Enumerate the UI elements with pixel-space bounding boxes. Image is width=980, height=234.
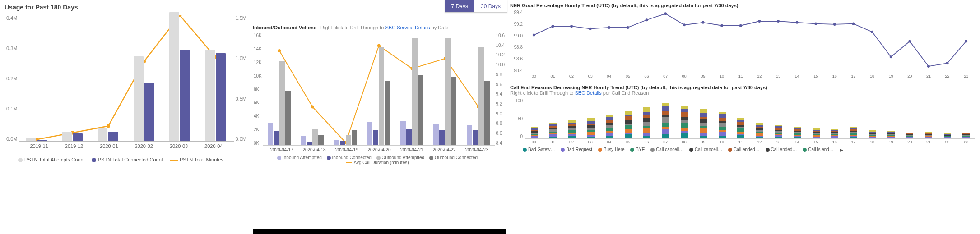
panel2-y-right: 10.610.4 10.210.0 9.89.6 9.49.2 9.08.8 8… <box>495 33 506 146</box>
legend-inbound-connected[interactable]: Inbound Connected <box>327 155 372 160</box>
svg-point-16 <box>589 28 592 30</box>
stacked-bar[interactable] <box>549 121 557 138</box>
x-tick: 21 <box>919 74 938 78</box>
panel2-y-left: 16K14K 12K10K 8K6K 4K2K 0K <box>253 33 263 146</box>
stacked-bar[interactable] <box>850 126 857 138</box>
x-tick: 17 <box>844 140 863 144</box>
x-tick: 10 <box>712 140 731 144</box>
legend-scroll-right-icon[interactable]: ▶ <box>840 147 843 152</box>
svg-point-21 <box>683 23 686 26</box>
days-toggle: 7 Days 30 Days <box>445 0 507 13</box>
stacked-bar[interactable] <box>587 116 595 138</box>
stacked-bar[interactable] <box>531 126 538 138</box>
x-tick: 03 <box>581 140 600 144</box>
legend-call-is-ended[interactable]: Call is end… <box>803 147 834 152</box>
x-tick: 2020-04-17 <box>265 146 298 152</box>
x-tick: 15 <box>806 74 825 78</box>
legend-outbound-attempted[interactable]: Outbound Attemptted <box>376 155 425 160</box>
stacked-bar[interactable] <box>944 133 951 138</box>
stacked-bar[interactable] <box>719 109 726 138</box>
toggle-7-days[interactable]: 7 Days <box>445 0 474 12</box>
x-tick: 2019-12 <box>56 142 91 149</box>
x-tick: 05 <box>618 140 637 144</box>
stacked-bar[interactable] <box>887 130 895 138</box>
legend-inbound-attempted[interactable]: Inbound Attemptted <box>277 155 322 160</box>
legend-busy-here[interactable]: Busy Here <box>598 147 625 152</box>
stacked-bar[interactable] <box>962 132 970 138</box>
x-tick: 18 <box>863 74 882 78</box>
x-tick: 2020-01 <box>92 142 126 149</box>
x-tick: 20 <box>901 140 920 144</box>
legend-bye[interactable]: BYE <box>630 147 645 152</box>
stacked-bar[interactable] <box>756 121 763 138</box>
inbound-outbound-panel: 7 Days 30 Days Inbound/Outbound Volume R… <box>253 0 506 234</box>
panel3b-chart: 100 50 0 <box>510 98 975 139</box>
panel1-chart: 0.4M 0.3M 0.2M 0.1M 0.0M 1.5M 1.0M 0.5M … <box>5 15 248 142</box>
x-tick: 09 <box>694 140 713 144</box>
svg-point-23 <box>720 24 723 27</box>
stacked-bar[interactable] <box>568 119 576 139</box>
stacked-bar[interactable] <box>869 129 876 138</box>
panel3a-y-axis: 99.499.2 99.098.8 98.698.4 <box>510 10 525 73</box>
x-tick: 20 <box>901 74 920 78</box>
stacked-bar[interactable] <box>813 128 820 138</box>
x-tick: 01 <box>543 140 562 144</box>
stacked-bar[interactable] <box>700 106 707 138</box>
x-tick: 2020-04-23 <box>460 146 493 152</box>
x-tick: 2020-04 <box>196 142 231 149</box>
x-tick: 04 <box>600 74 619 78</box>
ner-panels: NER Good Percentage Hourly Trend (UTC) (… <box>506 0 980 234</box>
legend-bad-gateway[interactable]: Bad Gatew… <box>523 147 555 152</box>
stacked-bar[interactable] <box>794 126 801 138</box>
legend-avg-duration[interactable]: Avg Call Duration (minutes) <box>346 160 409 165</box>
stacked-bar[interactable] <box>831 128 838 138</box>
x-tick: 06 <box>637 74 656 78</box>
x-tick: 08 <box>675 140 694 144</box>
legend-connected[interactable]: PSTN Total Connected Count <box>92 157 163 162</box>
x-tick: 14 <box>788 140 807 144</box>
panel1-legend: PSTN Total Attempts Count PSTN Total Con… <box>18 157 248 162</box>
x-tick: 08 <box>675 74 694 78</box>
toggle-30-days[interactable]: 30 Days <box>474 0 507 12</box>
svg-point-30 <box>852 23 855 25</box>
x-tick: 13 <box>769 74 788 78</box>
x-tick: 23 <box>957 74 975 78</box>
legend-call-cancelled-a[interactable]: Call cancell… <box>650 147 683 152</box>
x-tick: 00 <box>525 74 543 78</box>
legend-call-ended-b[interactable]: Call ended… <box>766 147 797 152</box>
stacked-bar[interactable] <box>925 131 932 138</box>
panel2-legend: Inbound Attemptted Inbound Connected Out… <box>253 155 506 165</box>
legend-outbound-connected[interactable]: Outbound Connected <box>429 155 478 160</box>
stacked-bar[interactable] <box>662 99 669 138</box>
legend-minutes[interactable]: PSTN Total Minutes <box>170 157 223 162</box>
panel3a-chart: 99.499.2 99.098.8 98.698.4 <box>510 10 975 73</box>
legend-call-cancelled-b[interactable]: Call cancell… <box>689 147 722 152</box>
stacked-bar[interactable] <box>775 124 782 138</box>
panel3b-x-axis: 0001020304050607080910111213141516171819… <box>525 140 975 144</box>
x-tick: 21 <box>919 140 938 144</box>
stacked-bar[interactable] <box>906 132 913 138</box>
x-tick: 22 <box>938 140 957 144</box>
svg-point-26 <box>777 20 780 23</box>
x-tick: 15 <box>806 140 825 144</box>
x-tick: 17 <box>844 74 863 78</box>
legend-call-ended-a[interactable]: Call ended… <box>728 147 760 152</box>
x-tick: 14 <box>788 74 807 78</box>
legend-bad-request[interactable]: Bad Request <box>561 147 592 152</box>
x-tick: 23 <box>957 140 975 144</box>
svg-point-27 <box>796 21 799 24</box>
stacked-bar[interactable] <box>606 113 613 138</box>
svg-point-28 <box>814 23 817 25</box>
stacked-bar[interactable] <box>737 116 744 138</box>
x-tick: 16 <box>825 74 844 78</box>
stacked-bar[interactable] <box>643 104 650 138</box>
stacked-bar[interactable] <box>625 109 632 138</box>
drill-hint: Right click to Drill Through to SBC Serv… <box>320 25 449 30</box>
sbc-service-details-link[interactable]: SBC Service Details <box>385 25 430 30</box>
sbc-details-link[interactable]: SBC Details <box>575 90 601 96</box>
stacked-bar[interactable] <box>681 102 688 138</box>
legend-attempts[interactable]: PSTN Total Attempts Count <box>18 157 85 162</box>
panel3b-title: Call End Reasons Decreasing NER Hourly T… <box>510 85 975 90</box>
svg-point-24 <box>739 24 742 27</box>
panel1-x-axis: 2019-112019-122020-012020-022020-032020-… <box>22 142 231 149</box>
